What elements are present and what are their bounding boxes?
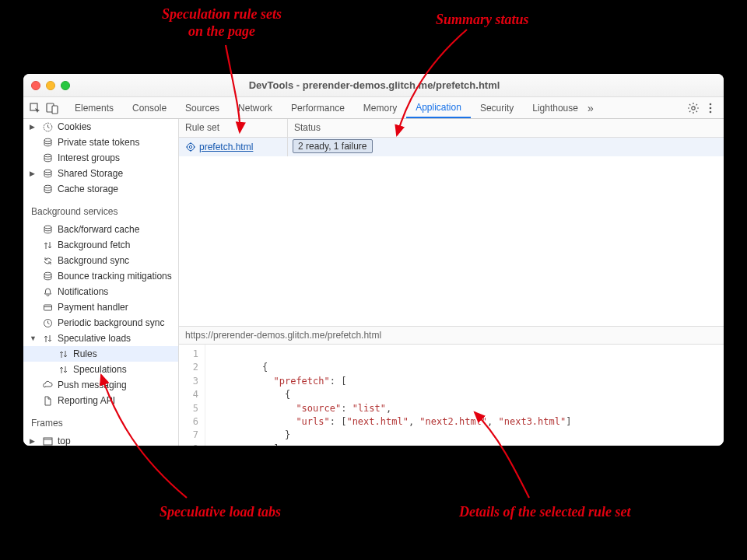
inspect-icon[interactable] <box>28 101 42 115</box>
tab-network[interactable]: Network <box>229 97 282 118</box>
sidebar-item-label: Back/forward cache <box>58 224 139 235</box>
sidebar-item-private-state-tokens[interactable]: Private state tokens <box>23 135 178 150</box>
svg-rect-2 <box>52 106 58 114</box>
sidebar-item-interest-groups[interactable]: Interest groups <box>23 150 178 166</box>
sidebar-item-payment-handler[interactable]: Payment handler <box>23 299 178 315</box>
expand-icon[interactable]: ▶ <box>30 170 35 177</box>
sidebar-item-frame-top[interactable]: ▶ top <box>23 433 178 446</box>
ruleset-cell[interactable]: prefetch.html <box>179 138 288 156</box>
sidebar-item-label: Push messaging <box>58 380 127 390</box>
sidebar-item-label: Background sync <box>58 255 129 266</box>
expand-icon[interactable]: ▶ <box>30 437 35 445</box>
tab-application[interactable]: Application <box>406 97 471 118</box>
sidebar-item-rules[interactable]: Rules <box>23 346 178 362</box>
database-icon <box>42 224 53 235</box>
collapse-icon[interactable]: ▼ <box>30 334 37 342</box>
sidebar-item-push-messaging[interactable]: Push messaging <box>23 377 178 393</box>
rules-table-row[interactable]: prefetch.html 2 ready, 1 failure <box>179 138 724 156</box>
annotation-details: Details of the selected rule set <box>459 504 630 521</box>
window-title: DevTools - prerender-demos.glitch.me/pre… <box>70 79 679 91</box>
sidebar-item-label: Bounce tracking mitigations <box>58 271 172 282</box>
rules-panel: Rule set Status prefetch.html 2 ready, 1… <box>179 119 724 446</box>
sidebar-item-label: Notifications <box>58 286 108 297</box>
column-status: Status <box>288 119 724 137</box>
devtools-tabbar: Elements Console Sources Network Perform… <box>23 97 724 119</box>
application-sidebar: ▶ Cookies Private state tokens Interest … <box>23 119 179 446</box>
line-gutter: 1 2 3 4 5 6 7 8 9 <box>179 345 205 446</box>
panel-body: ▶ Cookies Private state tokens Interest … <box>23 119 724 446</box>
sidebar-item-notifications[interactable]: Notifications <box>23 284 178 299</box>
updown-icon <box>58 348 68 359</box>
sidebar-item-bounce-tracking[interactable]: Bounce tracking mitigations <box>23 268 178 284</box>
window-titlebar: DevTools - prerender-demos.glitch.me/pre… <box>23 74 724 97</box>
sidebar-item-background-sync[interactable]: Background sync <box>23 253 178 268</box>
sidebar-item-background-fetch[interactable]: Background fetch <box>23 237 178 253</box>
tab-console[interactable]: Console <box>123 97 176 118</box>
sidebar-item-label: Payment handler <box>58 302 128 313</box>
ruleset-link[interactable]: prefetch.html <box>199 142 253 152</box>
svg-point-3 <box>692 106 695 109</box>
clock-icon <box>42 317 53 328</box>
annotation-speculative-tabs: Speculative load tabs <box>160 504 281 521</box>
ruleset-url: https://prerender-demos.glitch.me/prefet… <box>179 326 724 345</box>
sidebar-item-label: Private state tokens <box>58 137 139 148</box>
maximize-icon[interactable] <box>61 81 70 90</box>
minimize-icon[interactable] <box>46 81 55 90</box>
expand-icon[interactable]: ▶ <box>30 123 35 131</box>
sidebar-section-frames: Frames <box>23 408 178 433</box>
close-icon[interactable] <box>31 81 40 90</box>
sidebar-item-bfcache[interactable]: Back/forward cache <box>23 222 178 237</box>
status-cell: 2 ready, 1 failure <box>288 138 724 156</box>
database-icon <box>42 168 53 179</box>
sidebar-item-speculative-loads[interactable]: ▼ Speculative loads <box>23 331 178 346</box>
document-icon <box>42 395 53 406</box>
database-icon <box>42 137 53 148</box>
link-target-icon <box>185 142 196 152</box>
cloud-icon <box>42 380 53 390</box>
ruleset-source-viewer: 1 2 3 4 5 6 7 8 9 { "prefetch": [ { "sou… <box>179 345 724 446</box>
window-controls <box>31 81 70 90</box>
gear-icon[interactable] <box>685 100 702 117</box>
updown-icon <box>42 333 53 344</box>
clock-icon <box>42 121 53 132</box>
frame-icon <box>42 436 53 446</box>
annotation-rulesets: Speculation rule setson the page <box>140 6 303 40</box>
kebab-icon[interactable] <box>702 100 719 117</box>
table-empty-area <box>179 156 724 326</box>
sidebar-item-label: Shared Storage <box>58 168 123 179</box>
tab-memory[interactable]: Memory <box>354 97 406 118</box>
rules-table-header: Rule set Status <box>179 119 724 138</box>
svg-point-11 <box>44 185 51 188</box>
sidebar-item-label: Periodic background sync <box>58 317 164 328</box>
svg-point-18 <box>189 145 191 148</box>
device-toggle-icon[interactable] <box>45 101 59 115</box>
sidebar-item-reporting-api[interactable]: Reporting API <box>23 393 178 408</box>
svg-point-9 <box>44 154 51 157</box>
sidebar-item-label: Interest groups <box>58 152 120 163</box>
svg-point-13 <box>44 272 51 275</box>
tab-sources[interactable]: Sources <box>176 97 229 118</box>
svg-rect-16 <box>44 438 52 445</box>
sidebar-item-speculations[interactable]: Speculations <box>23 362 178 377</box>
more-tabs-icon[interactable]: » <box>587 102 594 114</box>
svg-point-17 <box>188 144 195 151</box>
sidebar-item-label: Cache storage <box>58 184 118 194</box>
sidebar-item-shared-storage[interactable]: ▶ Shared Storage <box>23 166 178 181</box>
sidebar-item-cookies[interactable]: ▶ Cookies <box>23 119 178 135</box>
svg-point-10 <box>44 170 51 173</box>
code-content: { "prefetch": [ { "source": "list", "url… <box>205 345 577 446</box>
updown-icon <box>42 240 53 250</box>
updown-icon <box>58 364 68 375</box>
sidebar-item-periodic-sync[interactable]: Periodic background sync <box>23 315 178 331</box>
svg-point-12 <box>44 226 51 229</box>
tab-lighthouse[interactable]: Lighthouse <box>523 97 587 118</box>
tab-security[interactable]: Security <box>471 97 523 118</box>
sidebar-item-label: top <box>58 436 71 446</box>
status-badge[interactable]: 2 ready, 1 failure <box>293 139 373 153</box>
tab-elements[interactable]: Elements <box>65 97 123 118</box>
tab-performance[interactable]: Performance <box>282 97 354 118</box>
svg-point-4 <box>710 103 712 105</box>
column-ruleset: Rule set <box>179 119 288 137</box>
sidebar-item-cache-storage[interactable]: Cache storage <box>23 181 178 197</box>
sidebar-section-background: Background services <box>23 197 178 222</box>
